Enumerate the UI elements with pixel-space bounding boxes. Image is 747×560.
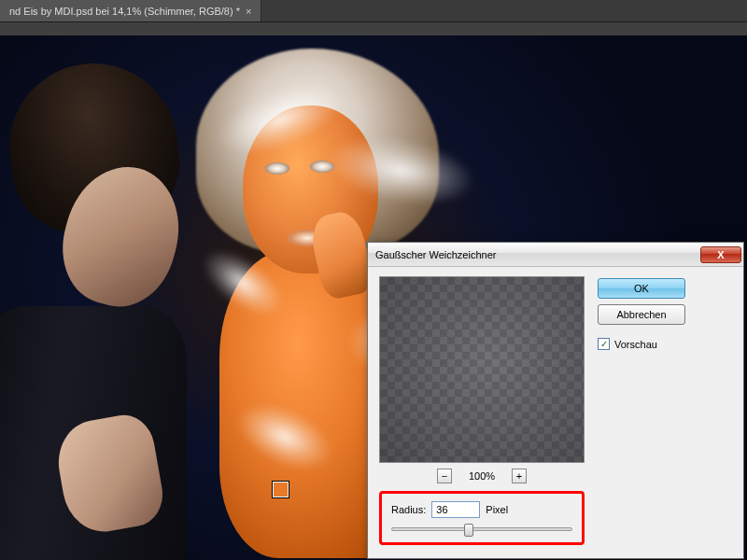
radius-input[interactable] — [431, 501, 480, 518]
document-tab[interactable]: nd Eis by MDI.psd bei 14,1% (Schimmer, R… — [0, 0, 261, 21]
ok-button[interactable]: OK — [598, 278, 685, 299]
minus-icon: − — [442, 471, 447, 482]
gaussian-blur-dialog: Gaußscher Weichzeichner X − 100% + Radiu… — [367, 242, 744, 559]
color-swatch-indicator[interactable] — [273, 482, 289, 497]
preview-label: Vorschau — [614, 339, 657, 350]
filter-preview[interactable] — [379, 276, 585, 463]
radius-label: Radius: — [391, 504, 426, 515]
dialog-title: Gaußscher Weichzeichner — [375, 249, 700, 260]
radius-slider-thumb[interactable] — [464, 524, 473, 537]
document-tab-bar: nd Eis by MDI.psd bei 14,1% (Schimmer, R… — [0, 0, 747, 22]
dialog-body: − 100% + Radius: Pixel OK Abbreche — [368, 267, 743, 558]
dialog-close-button[interactable]: X — [700, 246, 741, 263]
radius-slider[interactable] — [391, 527, 572, 531]
radius-group-highlight: Radius: Pixel — [379, 491, 585, 545]
zoom-value: 100% — [469, 470, 495, 482]
zoom-controls: − 100% + — [379, 469, 585, 483]
radius-unit: Pixel — [486, 504, 508, 515]
document-tab-title: nd Eis by MDI.psd bei 14,1% (Schimmer, R… — [9, 6, 240, 17]
zoom-out-button[interactable]: − — [437, 469, 452, 483]
zoom-in-button[interactable]: + — [512, 469, 527, 483]
close-icon: X — [717, 249, 724, 260]
dialog-titlebar[interactable]: Gaußscher Weichzeichner X — [368, 243, 743, 267]
close-icon[interactable]: × — [246, 6, 251, 17]
plus-icon: + — [516, 471, 522, 482]
preview-checkbox[interactable]: ✓ — [598, 338, 610, 350]
cancel-button[interactable]: Abbrechen — [598, 304, 685, 325]
